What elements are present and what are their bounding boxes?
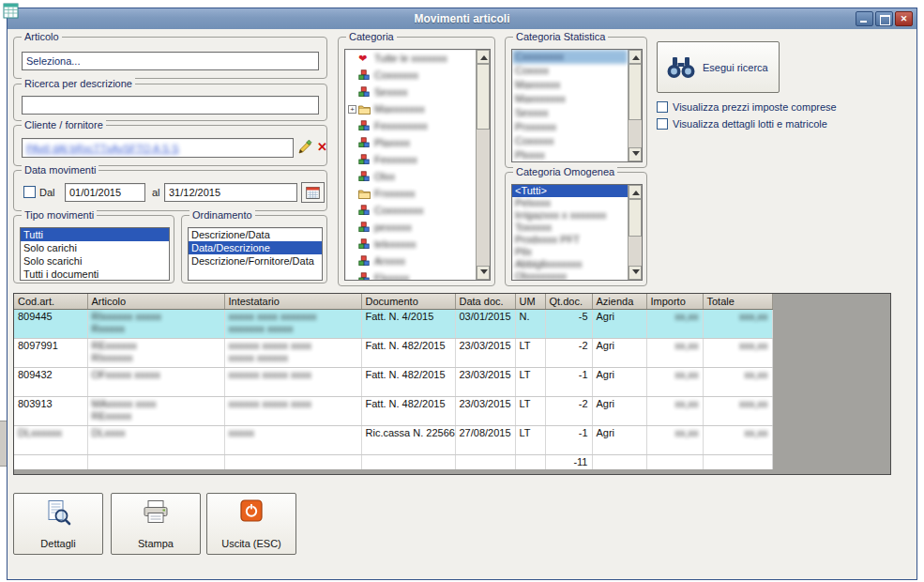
categoria-statistica-scrollbar[interactable] — [628, 50, 642, 161]
table-row[interactable]: 803913MAxxxxx xxxxRExxxxxxxxxxx xxxxx xx… — [14, 396, 772, 425]
edit-pencil-icon[interactable] — [296, 140, 312, 156]
tree-item[interactable]: Coxxxxxx — [345, 67, 475, 84]
scroll-up-icon[interactable] — [477, 50, 490, 64]
calendar-button[interactable] — [301, 182, 325, 203]
cliente-fornitore-input[interactable]: PAxtl dAl bRxcTTxAvSFTO A S S — [22, 138, 294, 158]
list-item[interactable]: <Tutti> — [512, 185, 628, 197]
scroll-up-icon[interactable] — [629, 50, 642, 64]
column-header[interactable]: Intestatario — [224, 294, 361, 309]
categoria-statistica-listbox[interactable]: CxxxxxxxxCoxxxxMaxxxxxxMaxxxxxxxSexxxxPr… — [511, 49, 643, 162]
column-header[interactable]: Qt.doc. — [545, 294, 592, 309]
tree-item[interactable]: telxxxxxx — [345, 236, 475, 253]
movimenti-table[interactable]: Cod.art.ArticoloIntestatarioDocumentoDat… — [14, 294, 773, 469]
list-item[interactable]: Prodxxxx PFT — [512, 234, 628, 246]
list-item[interactable]: Olxxxxxxxx — [512, 270, 628, 281]
data-dal-input[interactable] — [65, 183, 145, 202]
list-item[interactable]: Toxxxxx — [512, 222, 628, 234]
categoria-tree[interactable]: ❤Tutte le xxxxxxxCoxxxxxxSexxxx+Maxxxxxx… — [344, 49, 491, 281]
tree-item[interactable]: Sexxxx — [345, 84, 475, 100]
clear-x-icon[interactable]: ✕ — [314, 139, 330, 155]
column-header[interactable]: Data doc. — [455, 294, 515, 309]
list-item[interactable]: Prxxxxxx — [512, 120, 628, 134]
table-row[interactable]: 809432OFxxxxx xxxxxxxxxxx xxxxx xxxxFatt… — [14, 367, 772, 396]
list-item[interactable]: Sexxxx — [512, 106, 628, 120]
scroll-thumb[interactable] — [629, 64, 642, 120]
titlebar[interactable]: Movimenti articoli — [8, 8, 916, 29]
ricerca-descrizione-input[interactable] — [22, 96, 319, 115]
dal-checkbox[interactable] — [23, 186, 36, 198]
categoria-scrollbar[interactable] — [476, 50, 490, 280]
list-item[interactable]: Plxxxx — [512, 148, 628, 162]
table-row[interactable]: 809445RIxxxxxx xxxxxRxxxxxxxxxx xxxx xxx… — [14, 309, 772, 338]
cubes-icon — [358, 222, 372, 233]
list-item[interactable]: Coxxxx — [512, 64, 628, 78]
esegui-ricerca-button[interactable]: Esegui ricerca — [657, 41, 780, 93]
maximize-button[interactable] — [875, 11, 893, 26]
ordinamento-group-label: Ordinamento — [189, 209, 255, 222]
scroll-up-icon[interactable] — [629, 185, 642, 199]
close-button[interactable] — [895, 11, 913, 26]
printer-icon — [142, 499, 170, 525]
table-row[interactable]: DLxxxxxxDLxxxxxxxxxRic.cassa N. 2256627/… — [14, 425, 772, 454]
list-item[interactable]: Abbiglixxxxxxx — [512, 258, 628, 270]
tree-item[interactable]: Fexxxxxx — [345, 151, 475, 168]
list-item[interactable]: Pilx — [512, 246, 628, 258]
list-item[interactable]: Maxxxxxx — [512, 78, 628, 92]
scroll-down-icon[interactable] — [477, 266, 490, 280]
list-item[interactable]: Descrizione/Data — [189, 228, 322, 241]
list-item[interactable]: Descrizione/Fornitore/Data — [189, 254, 322, 268]
ordinamento-listbox[interactable]: Descrizione/DataData/DescrizioneDescrizi… — [188, 227, 323, 281]
list-item[interactable]: Pelxxxx — [512, 197, 628, 209]
dialog-content: Articolo Ricerca per descrizione Cliente… — [8, 29, 916, 579]
checkbox-box[interactable] — [657, 101, 668, 113]
dettagli-button[interactable]: Dettagli — [13, 493, 103, 555]
table-cell: Fatt. N. 4/2015 — [361, 309, 455, 338]
visualizza-lotti-checkbox[interactable]: Visualizza dettagli lotti e matricole — [657, 118, 827, 130]
scroll-down-icon[interactable] — [629, 266, 642, 280]
column-header[interactable]: Cod.art. — [14, 294, 87, 309]
tree-item[interactable]: Arxxxx — [345, 253, 475, 269]
tree-expander-icon[interactable]: + — [348, 105, 356, 114]
list-item[interactable]: Maxxxxxxx — [512, 92, 628, 106]
tree-item[interactable]: +Maxxxxxxx — [345, 100, 475, 117]
list-item[interactable]: Irrigazxxx x xxxxxxx — [512, 209, 628, 222]
tree-item[interactable]: Olxx — [345, 168, 475, 185]
uscita-button[interactable]: Uscita (ESC) — [206, 493, 296, 555]
checkbox-box[interactable] — [657, 118, 668, 130]
column-header[interactable]: Azienda — [592, 294, 646, 309]
tree-item[interactable]: pexxxxx — [345, 219, 475, 236]
list-item[interactable]: Data/Descrizione — [189, 241, 322, 254]
minimize-button[interactable] — [856, 11, 873, 26]
visualizza-prezzi-checkbox[interactable]: Visualizza prezzi imposte comprese — [657, 101, 837, 113]
categoria-omogenea-listbox[interactable]: <Tutti>PelxxxxIrrigazxxx x xxxxxxxToxxxx… — [511, 184, 643, 281]
background-app-icon — [3, 3, 19, 19]
column-header[interactable]: Articolo — [87, 294, 224, 309]
tipo-movimenti-listbox[interactable]: TuttiSolo carichiSolo scarichiTutti i do… — [20, 227, 170, 281]
list-item[interactable]: Cxxxxxxxx — [512, 50, 628, 64]
list-item[interactable]: Coxxxxx — [512, 134, 628, 148]
articolo-input[interactable] — [22, 52, 319, 70]
list-item[interactable]: Tutti i documenti — [21, 268, 169, 281]
cubes-icon — [358, 205, 372, 216]
stampa-button[interactable]: Stampa — [111, 493, 201, 555]
column-header[interactable]: Totale — [703, 294, 772, 309]
tree-item[interactable]: Coxxxxxxx — [345, 202, 475, 219]
scroll-thumb[interactable] — [477, 64, 490, 130]
column-header[interactable]: UM — [515, 294, 545, 309]
tree-item[interactable]: Plaxxxx — [345, 134, 475, 151]
tree-item[interactable]: Frxxxxxx — [345, 185, 475, 202]
list-item[interactable]: Solo carichi — [21, 241, 169, 254]
list-item[interactable]: Tutti — [21, 228, 169, 241]
table-cell: -2 — [545, 396, 592, 425]
column-header[interactable]: Importo — [646, 294, 703, 309]
tree-item[interactable]: ❤Tutte le xxxxxxx — [345, 50, 475, 67]
list-item[interactable]: Solo scarichi — [21, 254, 169, 268]
scroll-thumb[interactable] — [629, 199, 642, 237]
scroll-down-icon[interactable] — [629, 147, 642, 161]
tree-item[interactable]: Fexxxxxxxx — [345, 117, 475, 134]
column-header[interactable]: Documento — [361, 294, 455, 309]
data-al-input[interactable] — [164, 183, 297, 202]
tree-item[interactable]: FIxxxxx — [345, 269, 475, 281]
categoria-omogenea-scrollbar[interactable] — [628, 185, 642, 280]
table-row[interactable]: 8097991RExxxxxxRIxxxxxxxxxxxx xxxxx xxxx… — [14, 338, 772, 367]
